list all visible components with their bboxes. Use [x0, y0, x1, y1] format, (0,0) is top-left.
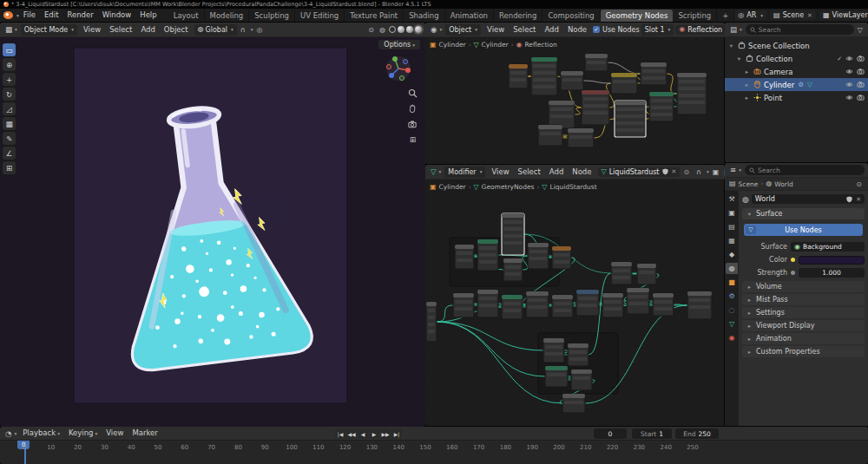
geo-crumb-liquidstardust[interactable]: LiquidStardust [549, 183, 596, 191]
tool-rotate[interactable]: ↻ [3, 88, 16, 101]
geo-node-graph[interactable] [425, 165, 725, 427]
panel-mist-pass[interactable]: ▸Mist Pass [742, 294, 865, 305]
overlays-icon[interactable]: ◍ [378, 26, 387, 34]
shader-menu-view[interactable]: View [483, 23, 509, 36]
geo-node-link[interactable] [632, 273, 637, 274]
shader-menu-add[interactable]: Add [540, 23, 562, 36]
use-nodes-button[interactable]: ▽ Use Nodes [744, 224, 863, 236]
properties-tab-material[interactable]: ◉ [726, 332, 738, 343]
decorator-dot-icon[interactable] [791, 271, 795, 275]
fake-user-shield-icon[interactable] [846, 196, 852, 203]
properties-tab-physics[interactable]: ◌ [726, 304, 738, 316]
geo-node[interactable] [426, 302, 437, 342]
unlink-world-icon[interactable]: ✕ [855, 196, 861, 203]
shader-node-link[interactable] [608, 62, 641, 74]
workspace-tab-shading[interactable]: Shading [404, 10, 445, 23]
properties-tab-object[interactable]: ■ [726, 277, 738, 288]
shader-node-link[interactable] [562, 135, 568, 138]
mode-dropdown[interactable]: Object Mode▾ [21, 24, 77, 36]
panel-settings[interactable]: ▸Settings [742, 307, 865, 318]
tool-move[interactable]: + [3, 73, 16, 86]
geo-menu-node[interactable]: Node [568, 166, 595, 179]
eye-toggle-icon[interactable] [845, 55, 853, 62]
geo-node-link[interactable] [437, 322, 543, 350]
timeline-menu-keying[interactable]: Keying▾ [64, 427, 102, 441]
properties-editor[interactable]: ≡▾ Search ▤Scene›◍World ⊙ ⚒▣▤▦◆◍■⚙◌▽◉ ◍ … [725, 163, 868, 427]
proportional-edit-icon[interactable]: ◎ [254, 26, 264, 34]
geo-type-dropdown[interactable]: Modifier▾ [444, 167, 485, 178]
eye-toggle-icon[interactable] [845, 94, 853, 101]
zoom-icon[interactable] [408, 88, 418, 100]
strength-number-field[interactable]: 1.000 [799, 268, 865, 278]
navigation-gizmo[interactable] [385, 56, 411, 83]
tool-annotate[interactable]: ✎ [3, 132, 16, 145]
camera-toggle-icon[interactable] [857, 55, 865, 62]
menu-render[interactable]: Render [62, 9, 97, 22]
shader-crumb-cylinder[interactable]: Cylinder [439, 41, 466, 49]
snap-magnet-icon[interactable]: ∩ [694, 168, 703, 176]
show-gizmo-icon[interactable]: ⊙ [366, 26, 376, 34]
play-button[interactable]: ▶ [369, 428, 379, 439]
pan-hand-icon[interactable] [408, 104, 418, 115]
editor-type-outliner-icon[interactable]: ▤▾ [728, 25, 744, 34]
menu-file[interactable]: File [19, 9, 40, 22]
shader-type-dropdown[interactable]: Object▾ [445, 24, 481, 36]
geo-menu-view[interactable]: View [487, 166, 513, 179]
shader-editor[interactable]: ◉▾ Object▾ ViewSelectAddNode ✓Use Nodes … [425, 23, 725, 165]
expand-arrow-icon[interactable]: ▾ [736, 56, 742, 62]
workspace-tab-sculpting[interactable]: Sculpting [249, 10, 295, 23]
outliner-row-point[interactable]: ▸Point [725, 91, 868, 104]
workspace-tab-[interactable]: + [717, 10, 734, 23]
background-color-swatch[interactable] [799, 256, 865, 265]
panel-viewport-display[interactable]: ▸Viewport Display [742, 320, 865, 331]
geo-menu-add[interactable]: Add [545, 166, 568, 179]
frame-start-field[interactable]: Start1 [632, 428, 672, 439]
tool-scale[interactable]: ◿ [3, 102, 16, 115]
properties-tab-modifiers[interactable]: ⚙ [726, 291, 738, 302]
outliner-row-camera[interactable]: ▸Camera [725, 65, 868, 78]
shading-rendered-icon[interactable] [415, 26, 422, 33]
material-selector[interactable]: ◉ Reflection 3 ✕ [675, 25, 725, 35]
current-frame-field[interactable]: 0 [594, 428, 627, 439]
timeline-menu-marker[interactable]: Marker [128, 427, 161, 441]
properties-tab-world[interactable]: ◍ [726, 263, 738, 274]
geo-crumb-geometrynodes[interactable]: GeometryNodes [482, 183, 535, 191]
shader-crumb-cylinder[interactable]: Cylinder [482, 41, 509, 49]
jump-to-end-button[interactable]: ▶| [391, 428, 402, 439]
geo-node-link[interactable] [437, 305, 453, 322]
geo-crumb-cylinder[interactable]: Cylinder [439, 183, 466, 191]
timeline-menu-playback[interactable]: Playback▾ [18, 427, 64, 441]
next-keyframe-button[interactable]: ▶▶ [380, 428, 391, 439]
pin-icon[interactable]: ⊙ [681, 168, 691, 176]
tool-add-primitive[interactable]: ⊞ [3, 161, 16, 174]
geo-node-link[interactable] [437, 322, 545, 376]
filter-icon[interactable]: ▽ [856, 26, 865, 34]
outliner-search-input[interactable]: Search [746, 24, 854, 35]
menu-help[interactable]: Help [135, 9, 161, 22]
workspace-tab-compositing[interactable]: Compositing [542, 10, 600, 23]
unlink-scene-icon[interactable]: ✕ [806, 12, 812, 19]
properties-tab-tool[interactable]: ⚒ [726, 193, 738, 205]
menu-window[interactable]: Window [98, 9, 136, 22]
properties-tab-render[interactable]: ▣ [726, 207, 738, 219]
geo-menu-select[interactable]: Select [514, 166, 545, 179]
eye-toggle-icon[interactable] [845, 68, 853, 75]
tool-transform[interactable]: ▦ [3, 117, 16, 130]
viewport-menu-object[interactable]: Object [160, 23, 193, 36]
overlays-toggle-icon[interactable]: ▣ [711, 168, 721, 176]
outliner-row-cylinder[interactable]: ▸Cylinder⚙▽ [725, 78, 868, 91]
shader-node-link[interactable] [575, 108, 582, 114]
panel-volume[interactable]: ▸Volume [742, 281, 865, 292]
shading-solid-icon[interactable] [398, 26, 404, 33]
panel-animation[interactable]: ▸Animation [742, 333, 865, 344]
properties-tab-scene[interactable]: ◆ [726, 249, 738, 260]
jump-to-start-button[interactable]: |◀ [335, 428, 345, 439]
snap-magnet-icon[interactable]: ∩ [239, 26, 247, 34]
shader-menu-node[interactable]: Node [563, 23, 591, 36]
properties-crumb-world[interactable]: World [774, 180, 793, 188]
expand-arrow-icon[interactable]: ▸ [744, 82, 750, 88]
outliner-row-scene-collection[interactable]: ▾Scene Collection [725, 39, 868, 52]
panel-custom-properties[interactable]: ▸Custom Properties [742, 346, 865, 357]
editor-type-timeline-icon[interactable]: ◔▾ [3, 429, 18, 438]
properties-tab-output[interactable]: ▤ [726, 221, 738, 232]
